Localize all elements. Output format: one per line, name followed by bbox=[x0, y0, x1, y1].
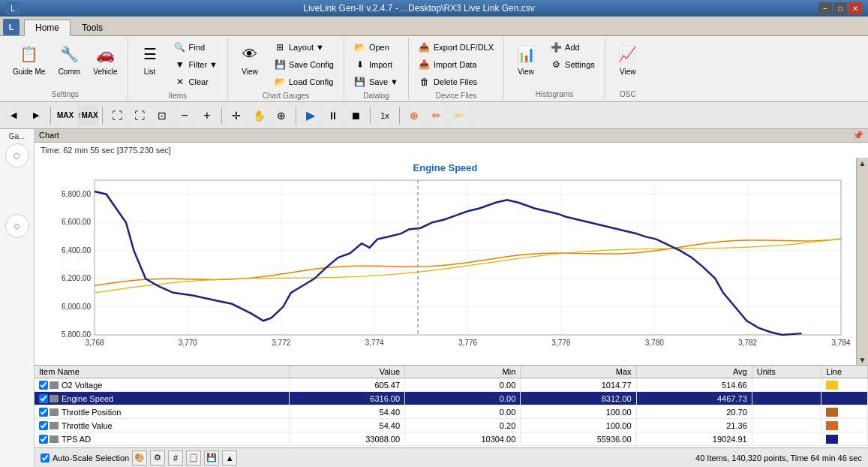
delete-files-button[interactable]: 🗑 Delete Files bbox=[413, 74, 499, 90]
status-btn2[interactable]: ⚙ bbox=[150, 450, 165, 465]
load-config-button[interactable]: 📂 Load Config bbox=[269, 74, 339, 90]
chart-canvas bbox=[35, 158, 856, 365]
status-btn5[interactable]: 💾 bbox=[204, 450, 219, 465]
toolbar-zoom-fit-button[interactable]: ⛶ bbox=[107, 105, 128, 126]
add-histogram-button[interactable]: ➕ Add bbox=[545, 39, 600, 56]
toolbar-pause-button[interactable]: ⏸ bbox=[323, 105, 344, 126]
toolbar-stop-button[interactable]: ⏹ bbox=[345, 105, 366, 126]
open-button[interactable]: 📂 Open bbox=[349, 39, 404, 56]
status-btn4[interactable]: 📋 bbox=[186, 450, 201, 465]
toolbar-cursor-button[interactable]: ✛ bbox=[226, 105, 247, 126]
gauge-btn2[interactable]: ○ bbox=[5, 214, 29, 238]
vehicle-button[interactable]: 🚗 Vehicle bbox=[88, 39, 122, 79]
cell-value: 605.47 bbox=[289, 378, 404, 392]
save-button[interactable]: 💾 Save ▼ bbox=[349, 74, 404, 90]
row-checkbox[interactable] bbox=[39, 394, 48, 403]
list-button[interactable]: ☰ List bbox=[133, 39, 167, 79]
chart-col: ⊞ Layout ▼ 💾 Save Config 📂 Load Config bbox=[269, 39, 339, 90]
osc-view-icon: 📈 bbox=[616, 42, 640, 66]
status-btn1[interactable]: 🎨 bbox=[132, 450, 147, 465]
layout-button[interactable]: ⊞ Layout ▼ bbox=[269, 39, 339, 56]
status-left: Auto-Scale Selection 🎨 ⚙ # 📋 💾 ▲ bbox=[41, 450, 237, 465]
tab-tools[interactable]: Tools bbox=[71, 19, 114, 35]
ribbon-group-chart: 👁 View ⊞ Layout ▼ 💾 Save Config 📂 Load C… bbox=[228, 38, 344, 100]
gauge-btn1[interactable]: ○ bbox=[5, 143, 29, 167]
table-row[interactable]: TPS AD 33088.00 10304.00 55936.00 19024.… bbox=[35, 432, 868, 446]
save-config-button[interactable]: 💾 Save Config bbox=[269, 56, 339, 73]
scroll-down-button[interactable]: ▼ bbox=[857, 354, 868, 365]
find-button[interactable]: 🔍 Find bbox=[169, 39, 223, 56]
table-row[interactable]: Engine Speed 6316.00 0.00 8312.00 4467.7… bbox=[35, 392, 868, 405]
table-row[interactable]: Throttle Value 54.40 0.20 100.00 21.36 bbox=[35, 419, 868, 432]
toolbar-pan-button[interactable]: ✋ bbox=[248, 105, 269, 126]
import-button[interactable]: ⬇ Import bbox=[349, 56, 404, 73]
toolbar-back-button[interactable]: ◀ bbox=[3, 105, 24, 126]
minimize-button[interactable]: − bbox=[818, 2, 832, 14]
col-item-name[interactable]: Item Name bbox=[35, 366, 289, 378]
app-logo: L bbox=[3, 19, 20, 35]
close-button[interactable]: ✕ bbox=[848, 2, 862, 14]
cell-avg: 21.36 bbox=[636, 419, 752, 432]
row-checkbox[interactable] bbox=[39, 381, 48, 390]
col-units[interactable]: Units bbox=[752, 366, 821, 378]
toolbar-pen-button[interactable]: ✏ bbox=[426, 105, 447, 126]
row-checkbox[interactable] bbox=[39, 408, 48, 417]
chart-view-button[interactable]: 👁 View bbox=[233, 39, 267, 79]
cell-max: 55936.00 bbox=[521, 432, 636, 446]
table-row[interactable]: Throttle Position 54.40 0.00 100.00 20.7… bbox=[35, 405, 868, 419]
clear-button[interactable]: ✕ Clear bbox=[169, 74, 223, 90]
chart-canvas-container[interactable]: ▲ ▼ bbox=[35, 158, 868, 365]
col-min[interactable]: Min bbox=[405, 366, 521, 378]
row-name: O2 Voltage bbox=[62, 381, 102, 390]
histogram-settings-button[interactable]: ⚙ Settings bbox=[545, 56, 600, 73]
cell-units bbox=[752, 378, 821, 392]
filter-button[interactable]: ▼ Filter ▼ bbox=[169, 56, 223, 73]
toolbar-selection-button[interactable]: ⊡ bbox=[152, 105, 173, 126]
status-btn3[interactable]: # bbox=[168, 450, 183, 465]
tab-home[interactable]: Home bbox=[24, 20, 71, 36]
col-max[interactable]: Max bbox=[521, 366, 636, 378]
import-data-button[interactable]: 📥 Import Data bbox=[413, 56, 499, 73]
toolbar-speed-label: 1x bbox=[374, 105, 395, 126]
chart-scrollbar[interactable]: ▲ ▼ bbox=[856, 158, 868, 365]
col-value[interactable]: Value bbox=[289, 366, 404, 378]
toolbar-zoom-in-button[interactable]: + bbox=[197, 105, 218, 126]
col-avg[interactable]: Avg bbox=[636, 366, 752, 378]
chart-view-icon: 👁 bbox=[238, 42, 262, 66]
toolbar-max-button[interactable]: MAX bbox=[55, 105, 76, 126]
scroll-up-button[interactable]: ▲ bbox=[857, 158, 868, 168]
chart-label: Chart bbox=[39, 131, 59, 140]
toolbar-zoom-out-button[interactable]: − bbox=[174, 105, 195, 126]
autoscale-checkbox[interactable] bbox=[41, 453, 50, 462]
osc-view-button[interactable]: 📈 View bbox=[611, 39, 645, 79]
items-group-label: Items bbox=[169, 90, 187, 100]
line-color-swatch bbox=[826, 435, 838, 444]
row-checkbox[interactable] bbox=[39, 421, 48, 430]
toolbar-maxall-button[interactable]: ↑MAX bbox=[77, 105, 98, 126]
comm-button[interactable]: 🔧 Comm bbox=[52, 39, 86, 79]
toolbar-zoom-select-button[interactable]: ⊕ bbox=[271, 105, 292, 126]
guide-me-button[interactable]: 📋 Guide Me bbox=[8, 39, 50, 79]
status-bar: Auto-Scale Selection 🎨 ⚙ # 📋 💾 ▲ 40 Item… bbox=[35, 447, 868, 467]
cell-units bbox=[752, 405, 821, 419]
toolbar-play-button[interactable]: ▶ bbox=[300, 105, 321, 126]
col-line[interactable]: Line bbox=[821, 366, 868, 378]
cell-max: 100.00 bbox=[521, 405, 636, 419]
row-name: Engine Speed bbox=[62, 394, 113, 403]
add-icon: ➕ bbox=[550, 41, 562, 53]
toolbar-marker-button[interactable]: ⊕ bbox=[404, 105, 425, 126]
row-type-icon bbox=[50, 408, 59, 416]
toolbar-sep5 bbox=[370, 107, 371, 125]
toolbar-highlighter-button[interactable]: ✏ bbox=[449, 105, 470, 126]
toolbar-fwd-button[interactable]: ▶ bbox=[26, 105, 47, 126]
cell-line bbox=[821, 392, 868, 405]
export-dlf-button[interactable]: 📤 Export DLF/DLX bbox=[413, 39, 499, 56]
table-row[interactable]: O2 Voltage 605.47 0.00 1014.77 514.66 bbox=[35, 378, 868, 392]
toolbar-zoom-fit2-button[interactable]: ⛶ bbox=[129, 105, 150, 126]
row-checkbox[interactable] bbox=[39, 435, 48, 444]
maximize-button[interactable]: □ bbox=[833, 2, 847, 14]
datalog-group-label: Datalog bbox=[363, 90, 389, 100]
histogram-view-button[interactable]: 📊 View bbox=[509, 39, 543, 79]
status-btn6[interactable]: ▲ bbox=[222, 450, 237, 465]
chart-header: Chart 📌 bbox=[35, 129, 868, 143]
